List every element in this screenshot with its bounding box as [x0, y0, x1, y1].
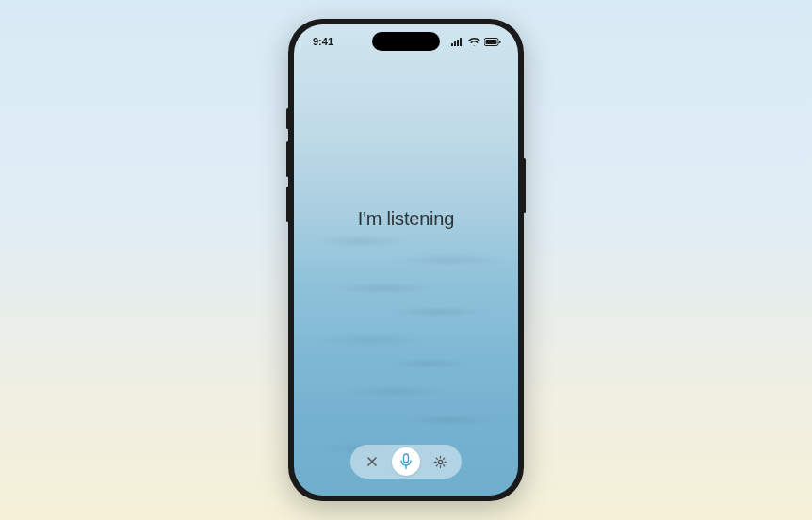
signal-icon [451, 38, 464, 46]
status-indicators [451, 38, 501, 46]
svg-point-9 [438, 460, 442, 463]
microphone-icon [399, 453, 413, 470]
close-button[interactable] [360, 449, 384, 474]
svg-rect-5 [486, 40, 497, 44]
microphone-button[interactable] [392, 447, 420, 476]
battery-icon [484, 38, 501, 46]
phone-frame: 9:41 [288, 19, 524, 501]
background-water [294, 24, 518, 496]
side-button [523, 158, 526, 213]
screen: 9:41 [294, 24, 518, 496]
svg-rect-0 [451, 43, 453, 46]
listening-prompt: I'm listening [294, 208, 518, 230]
side-button [286, 141, 289, 177]
svg-rect-3 [460, 38, 462, 46]
close-icon [366, 456, 378, 467]
settings-button[interactable] [428, 449, 452, 474]
svg-rect-2 [457, 40, 459, 46]
side-button [286, 187, 289, 222]
voice-toolbar [350, 445, 462, 479]
svg-rect-7 [404, 454, 409, 463]
side-button [286, 108, 289, 129]
gear-icon [433, 455, 447, 469]
status-time: 9:41 [313, 36, 333, 47]
svg-rect-1 [454, 41, 456, 46]
wifi-icon [468, 38, 480, 46]
dynamic-island [372, 32, 440, 51]
svg-rect-6 [499, 41, 501, 43]
